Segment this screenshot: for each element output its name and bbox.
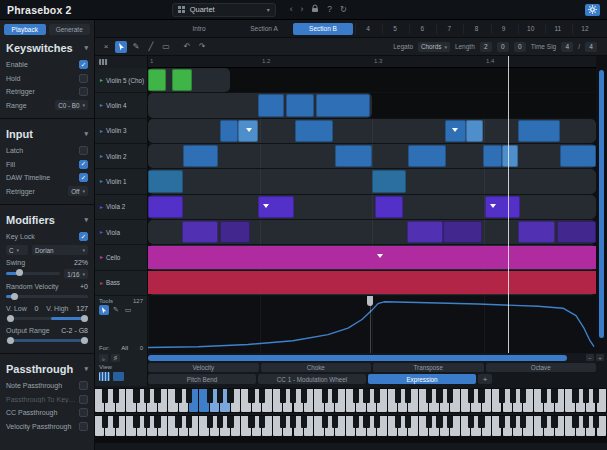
piano-black-key[interactable] bbox=[363, 416, 369, 428]
piano-black-key[interactable] bbox=[436, 416, 442, 428]
pencil-tool-button[interactable]: ✎ bbox=[130, 41, 142, 53]
undo-button[interactable]: ↶ bbox=[181, 41, 193, 53]
track-expand-icon[interactable]: ▸ bbox=[100, 280, 103, 286]
piano-black-key[interactable] bbox=[175, 389, 181, 403]
clear-phrase-icon[interactable]: × bbox=[100, 41, 112, 53]
lane-tab-transpose[interactable]: Transpose bbox=[373, 363, 484, 372]
piano-black-key[interactable] bbox=[332, 416, 338, 428]
keyswitch-passthrough-checkbox[interactable] bbox=[79, 395, 88, 404]
length-beats-input[interactable]: 0 bbox=[497, 42, 509, 52]
piano-black-key[interactable] bbox=[426, 416, 432, 428]
horizontal-scrollbar[interactable] bbox=[148, 355, 584, 361]
settings-button[interactable] bbox=[585, 4, 600, 16]
piano-black-key[interactable] bbox=[363, 389, 369, 403]
track-expand-icon[interactable]: ▸ bbox=[100, 229, 103, 235]
piano-black-key[interactable] bbox=[593, 416, 599, 428]
piano-black-key[interactable] bbox=[436, 389, 442, 403]
track-name[interactable]: ▸Violin 2 bbox=[95, 144, 148, 168]
piano-black-key[interactable] bbox=[510, 416, 516, 428]
note-cell[interactable] bbox=[518, 120, 560, 142]
latch-checkbox[interactable] bbox=[79, 146, 88, 155]
piano-black-key[interactable] bbox=[447, 416, 453, 428]
note-cell[interactable] bbox=[182, 221, 218, 243]
lane-tab-octave[interactable]: Octave bbox=[486, 363, 597, 372]
lane-pencil-tool-button[interactable]: ✎ bbox=[111, 305, 121, 315]
note-cell[interactable] bbox=[258, 94, 284, 116]
swing-grid-select[interactable]: 1/16▾ bbox=[64, 269, 88, 279]
piano-black-key[interactable] bbox=[133, 416, 139, 428]
zoom-in-button[interactable]: + bbox=[596, 354, 604, 361]
note-cell[interactable] bbox=[407, 221, 443, 243]
random-velocity-slider[interactable] bbox=[6, 295, 88, 298]
note-cell[interactable] bbox=[286, 94, 314, 116]
track-expand-icon[interactable]: ▸ bbox=[100, 77, 103, 83]
piano-black-key[interactable] bbox=[301, 416, 307, 428]
piano-black-key[interactable] bbox=[499, 389, 505, 403]
note-cell[interactable] bbox=[148, 170, 183, 192]
lane-pointer-tool-button[interactable] bbox=[99, 305, 109, 315]
piano-black-key[interactable] bbox=[395, 416, 401, 428]
eraser-tool-button[interactable]: ▭ bbox=[160, 41, 172, 53]
lock-icon[interactable] bbox=[311, 4, 319, 15]
track-name[interactable]: ▸Bass bbox=[95, 271, 148, 295]
piano-black-key[interactable] bbox=[583, 416, 589, 428]
piano-black-key[interactable] bbox=[290, 416, 296, 428]
track-expand-icon[interactable]: ▸ bbox=[100, 204, 103, 210]
piano-view-icon[interactable] bbox=[99, 372, 110, 381]
note-cell[interactable] bbox=[172, 69, 192, 91]
note-cell[interactable] bbox=[238, 120, 258, 142]
piano-black-key[interactable] bbox=[572, 416, 578, 428]
piano-black-key[interactable] bbox=[468, 416, 474, 428]
piano-black-key[interactable] bbox=[175, 416, 181, 428]
track-lane[interactable] bbox=[148, 93, 596, 117]
velocity-passthrough-checkbox[interactable] bbox=[79, 422, 88, 431]
piano-black-key[interactable] bbox=[280, 416, 286, 428]
piano-black-key[interactable] bbox=[248, 416, 254, 428]
swing-slider[interactable] bbox=[6, 272, 60, 275]
piano-black-key[interactable] bbox=[478, 416, 484, 428]
scrollbar-thumb[interactable] bbox=[148, 355, 567, 361]
note-cell[interactable] bbox=[560, 145, 596, 167]
note-cell[interactable] bbox=[258, 196, 294, 218]
piano-black-key[interactable] bbox=[102, 389, 108, 403]
piano-black-key[interactable] bbox=[541, 416, 547, 428]
next-preset-icon[interactable]: › bbox=[301, 5, 304, 14]
track-lane[interactable] bbox=[148, 245, 596, 269]
redo-button[interactable]: ↷ bbox=[196, 41, 208, 53]
piano-black-key[interactable] bbox=[186, 389, 192, 403]
piano-black-key[interactable] bbox=[217, 389, 223, 403]
modifiers-header[interactable]: Modifiers ▾ bbox=[6, 214, 88, 226]
input-header[interactable]: Input ▾ bbox=[6, 128, 88, 140]
note-cell[interactable] bbox=[148, 69, 166, 91]
phrase-slot[interactable]: 11 bbox=[545, 23, 570, 35]
piano-black-key[interactable] bbox=[248, 389, 254, 403]
note-passthrough-checkbox[interactable] bbox=[79, 381, 88, 390]
daw-timeline-checkbox[interactable]: ✓ bbox=[79, 173, 88, 182]
note-cell[interactable] bbox=[148, 246, 596, 269]
tab-playback[interactable]: Playback bbox=[4, 24, 46, 35]
phrase-slot[interactable]: Intro bbox=[163, 23, 235, 35]
output-range-slider[interactable] bbox=[6, 339, 88, 342]
velocity-range-slider[interactable] bbox=[6, 317, 88, 320]
piano-black-key[interactable] bbox=[113, 389, 119, 403]
piano-black-key[interactable] bbox=[478, 389, 484, 403]
piano-black-key[interactable] bbox=[405, 389, 411, 403]
note-cell[interactable] bbox=[375, 196, 403, 218]
note-cell[interactable] bbox=[466, 120, 483, 142]
note-cell[interactable] bbox=[148, 196, 183, 218]
piano-black-key[interactable] bbox=[426, 389, 432, 403]
phrase-slot[interactable]: 7 bbox=[436, 23, 461, 35]
track-expand-icon[interactable]: ▸ bbox=[100, 254, 103, 260]
note-cell[interactable] bbox=[518, 221, 555, 243]
piano-black-key[interactable] bbox=[186, 416, 192, 428]
lane-tab[interactable]: Pitch Bend bbox=[148, 374, 256, 384]
keyswitches-header[interactable]: Keyswitches ▾ bbox=[6, 42, 88, 54]
length-bars-input[interactable]: 2 bbox=[480, 42, 492, 52]
scale-select[interactable]: Dorian▾ bbox=[32, 245, 88, 255]
key-lock-checkbox[interactable]: ✓ bbox=[79, 232, 88, 241]
track-expand-icon[interactable]: ▸ bbox=[100, 102, 103, 108]
lane-view-icon[interactable] bbox=[113, 372, 124, 381]
pointer-tool-button[interactable] bbox=[115, 41, 127, 53]
for-value[interactable]: All bbox=[121, 345, 128, 351]
piano-black-key[interactable] bbox=[301, 389, 307, 403]
